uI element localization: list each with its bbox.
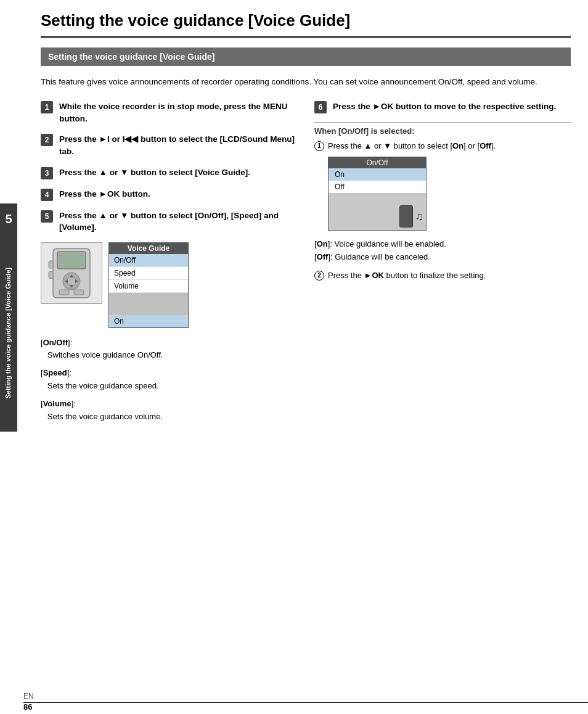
sidebar: 5 Setting the voice guidance [Voice Guid… <box>0 0 23 714</box>
svg-rect-8 <box>49 261 53 268</box>
sub-step-2-text: Press the ►OK button to finalize the set… <box>328 270 486 281</box>
onoff-on: On <box>329 168 426 181</box>
device-illustration <box>41 242 102 304</box>
menu-footer: On <box>109 315 188 327</box>
off-note: [Off]: Guidance will be canceled. <box>314 251 571 264</box>
circle-2: 2 <box>314 271 324 281</box>
menu-title: Voice Guide <box>109 243 188 254</box>
step-2-number: 2 <box>41 134 53 146</box>
step-6-number: 6 <box>314 101 327 113</box>
step-1: 1 While the voice recorder is in stop mo… <box>41 101 297 125</box>
onoff-screenshot: On/Off On Off ♫ <box>328 157 427 231</box>
step-2-text: Press the ►I or I◀◀ button to select the… <box>59 133 297 157</box>
step-6-text: Press the ►OK button to move to the resp… <box>333 101 556 113</box>
main-content: Setting the voice guidance [Voice Guide]… <box>23 0 588 714</box>
onoff-body: ♫ <box>329 193 426 230</box>
sub-step-1-text: Press the ▲ or ▼ button to select [On] o… <box>328 141 496 152</box>
section-header: Setting the voice guidance [Voice Guide] <box>41 47 571 66</box>
step-3: 3 Press the ▲ or ▼ button to select [Voi… <box>41 166 297 179</box>
bottom-bar: EN 86 <box>0 689 588 714</box>
step-5-text: Press the ▲ or ▼ button to select [On/Of… <box>59 210 297 234</box>
music-note-icon: ♫ <box>415 210 424 223</box>
menu-item-onoff: On/Off <box>109 254 188 267</box>
chapter-number: 5 <box>0 203 17 234</box>
page-number: 86 <box>23 702 32 712</box>
speed-note: [Speed]: Sets the voice guidance speed. <box>41 367 297 393</box>
onoff-note: [On/Off]: Switches voice guidance On/Off… <box>41 337 297 363</box>
left-notes: [On/Off]: Switches voice guidance On/Off… <box>41 337 297 424</box>
step-2: 2 Press the ►I or I◀◀ button to select t… <box>41 133 297 157</box>
language-label: EN <box>23 692 34 700</box>
sidebar-tab-text: Setting the voice guidance [Voice Guide] <box>4 268 12 399</box>
svg-rect-11 <box>74 290 84 295</box>
sub-step-1: 1 Press the ▲ or ▼ button to select [On]… <box>314 141 571 152</box>
volume-note: [Volume]: Sets the voice guidance volume… <box>41 398 297 424</box>
svg-rect-1 <box>57 252 86 269</box>
device-svg <box>44 245 99 301</box>
step-4: 4 Press the ►OK button. <box>41 188 297 201</box>
onoff-icons: ♫ <box>399 205 424 228</box>
bottom-line <box>23 702 588 704</box>
sidebar-tab: Setting the voice guidance [Voice Guide] <box>0 234 17 432</box>
step-5-number: 5 <box>41 210 53 223</box>
onoff-off: Off <box>329 181 426 193</box>
when-onoff-box: When [On/Off] is selected: 1 Press the ▲… <box>314 122 571 281</box>
step-5: 5 Press the ▲ or ▼ button to select [On/… <box>41 210 297 234</box>
menu-item-volume: Volume <box>109 280 188 293</box>
menu-item-speed: Speed <box>109 267 188 280</box>
step-4-text: Press the ►OK button. <box>59 188 150 200</box>
step-6: 6 Press the ►OK button to move to the re… <box>314 101 571 113</box>
sub-step-2: 2 Press the ►OK button to finalize the s… <box>314 270 571 281</box>
svg-rect-10 <box>59 290 69 295</box>
when-selected-title: When [On/Off] is selected: <box>314 126 571 136</box>
onoff-screen-title: On/Off <box>329 157 426 168</box>
intro-text: This feature gives voice announcements o… <box>41 76 571 88</box>
right-column: 6 Press the ►OK button to move to the re… <box>314 101 571 423</box>
voice-guide-menu: Voice Guide On/Off Speed Volume On <box>108 242 189 328</box>
phone-icon <box>399 205 413 228</box>
svg-rect-9 <box>49 271 53 279</box>
step-1-number: 1 <box>41 101 53 113</box>
left-column: 1 While the voice recorder is in stop mo… <box>41 101 297 423</box>
step-3-number: 3 <box>41 167 53 179</box>
right-notes: [On]: Voice guidance will be enabled. [O… <box>314 238 571 264</box>
step-4-number: 4 <box>41 189 53 201</box>
step-3-text: Press the ▲ or ▼ button to select [Voice… <box>59 166 250 179</box>
step-1-text: While the voice recorder is in stop mode… <box>59 101 297 125</box>
two-column-layout: 1 While the voice recorder is in stop mo… <box>41 101 571 423</box>
svg-point-3 <box>67 277 76 285</box>
menu-screenshot: Voice Guide On/Off Speed Volume On <box>41 242 297 328</box>
page-title: Setting the voice guidance [Voice Guide] <box>41 0 571 38</box>
on-note: [On]: Voice guidance will be enabled. <box>314 238 571 251</box>
circle-1: 1 <box>314 141 324 151</box>
